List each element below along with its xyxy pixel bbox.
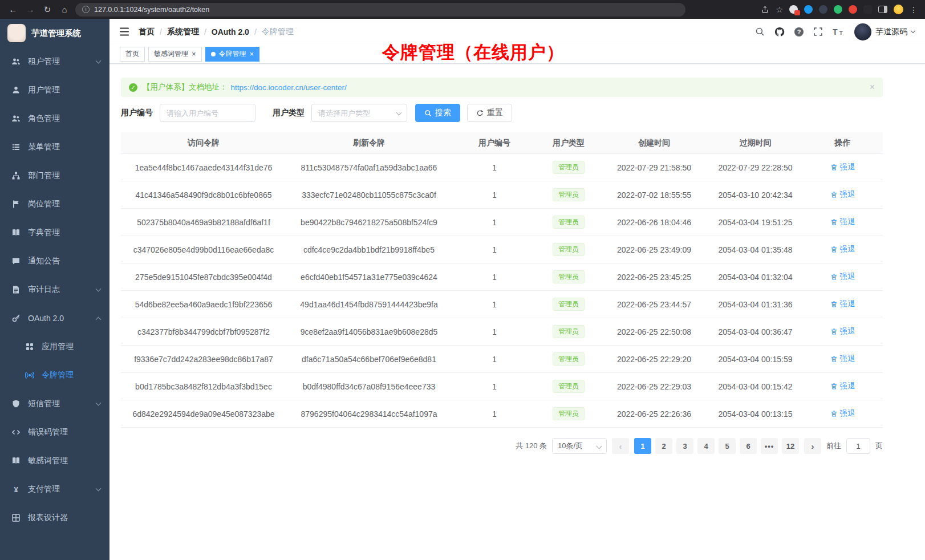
side-panel-icon[interactable] — [878, 6, 887, 13]
next-page-button[interactable]: › — [804, 438, 821, 454]
tab-0[interactable]: 首页 — [120, 47, 145, 62]
collapse-sidebar-icon[interactable] — [120, 27, 129, 36]
sidebar-item-errcode[interactable]: 错误码管理 — [0, 418, 109, 447]
access-token-cell: b0d1785bc3a8482f812db4a3f3bd15ec — [121, 382, 286, 391]
pagination-page-3[interactable]: 3 — [676, 438, 693, 454]
sidebar-item-sms[interactable]: 短信管理 — [0, 389, 109, 418]
token-table-body: 1ea5e44f8bc1467aaede43144f31de76811c5304… — [121, 154, 883, 428]
extension-icon[interactable] — [804, 5, 813, 14]
breadcrumb-item-2[interactable]: OAuth 2.0 — [212, 27, 249, 36]
chevron-down-icon — [96, 486, 102, 492]
user-type-cell: 管理员 — [537, 325, 600, 338]
alert-close-icon[interactable]: × — [870, 82, 875, 92]
pagination-page-4[interactable]: 4 — [697, 438, 715, 454]
extension-icon[interactable] — [819, 5, 827, 14]
share-icon[interactable] — [761, 5, 769, 14]
menu-icon — [11, 143, 21, 152]
sidebar-item-audit[interactable]: 审计日志 — [0, 275, 109, 304]
browser-menu-icon[interactable]: ⋮ — [910, 5, 918, 14]
sidebar-menu: 租户管理用户管理角色管理菜单管理部门管理岗位管理字典管理通知公告审计日志OAut… — [0, 47, 109, 532]
sidebar-item-oauth[interactable]: OAuth 2.0 — [0, 304, 109, 332]
breadcrumb-item-1[interactable]: 系统管理 — [167, 27, 199, 37]
sidebar-item-sensitive[interactable]: 敏感词管理 — [0, 447, 109, 475]
user-type-select[interactable] — [311, 104, 407, 122]
extension-icon[interactable] — [789, 5, 798, 14]
home-button[interactable]: ⌂ — [58, 3, 71, 16]
site-info-icon[interactable]: i — [82, 6, 90, 13]
user-menu[interactable]: 芋道源码 — [854, 23, 915, 40]
user-type-select-input[interactable] — [311, 104, 407, 122]
extension-icon[interactable] — [834, 5, 842, 14]
sidebar-item-oauth-token[interactable]: 令牌管理 — [0, 361, 109, 389]
fullscreen-icon[interactable] — [813, 27, 823, 36]
app-logo[interactable]: 芋道管理系统 — [0, 19, 109, 47]
reset-button[interactable]: 重置 — [467, 104, 512, 122]
goto-page-input[interactable] — [846, 438, 870, 454]
force-logout-button[interactable]: 强退 — [830, 189, 855, 200]
help-icon[interactable]: ? — [794, 27, 804, 36]
alert-doc-link[interactable]: https://doc.iocoder.cn/user-center/ — [231, 83, 347, 92]
user-type-badge: 管理员 — [553, 161, 585, 174]
create-time-cell: 2022-06-25 23:44:57 — [600, 300, 708, 309]
search-icon[interactable] — [755, 27, 765, 36]
force-logout-button[interactable]: 强退 — [830, 162, 855, 172]
tab-close-icon[interactable]: × — [192, 50, 196, 58]
pagination-page-2[interactable]: 2 — [655, 438, 672, 454]
sidebar-item-oauth-app[interactable]: 应用管理 — [0, 332, 109, 361]
pagination-page-1[interactable]: 1 — [634, 438, 651, 454]
force-logout-button[interactable]: 强退 — [830, 381, 855, 391]
force-logout-button[interactable]: 强退 — [830, 326, 855, 336]
profile-avatar[interactable] — [894, 5, 903, 14]
extension-icon[interactable] — [849, 5, 857, 14]
sidebar-item-report[interactable]: 报表设计器 — [0, 504, 109, 532]
prev-page-button[interactable]: ‹ — [612, 438, 629, 454]
sidebar-item-post[interactable]: 岗位管理 — [0, 190, 109, 218]
sidebar-item-pay[interactable]: ¥支付管理 — [0, 475, 109, 504]
breadcrumb-separator: / — [160, 27, 162, 36]
reload-button[interactable]: ↻ — [41, 3, 54, 16]
force-logout-button[interactable]: 强退 — [830, 354, 855, 364]
tab-2[interactable]: 令牌管理× — [205, 47, 260, 62]
sidebar-item-tenant[interactable]: 租户管理 — [0, 47, 109, 76]
extension-icon[interactable] — [863, 5, 872, 14]
sidebar-item-notice[interactable]: 通知公告 — [0, 247, 109, 275]
sidebar-item-label: 通知公告 — [28, 256, 60, 266]
audit-icon — [11, 285, 21, 294]
force-logout-button[interactable]: 强退 — [830, 271, 855, 282]
force-logout-button[interactable]: 强退 — [830, 244, 855, 254]
pagination-more[interactable]: ••• — [761, 438, 778, 454]
pagination-page-6[interactable]: 6 — [740, 438, 757, 454]
sidebar-item-label: 角色管理 — [28, 113, 60, 124]
pagination-page-5[interactable]: 5 — [719, 438, 736, 454]
force-logout-button[interactable]: 强退 — [830, 217, 855, 227]
sidebar-item-label: 部门管理 — [28, 171, 60, 181]
tab-close-icon[interactable]: × — [250, 50, 254, 58]
address-bar[interactable]: i 127.0.0.1:1024/system/oauth2/token — [75, 3, 685, 17]
access-token-cell: 275e5de9151045fe87cbdc395e004f4d — [121, 273, 286, 282]
force-logout-button[interactable]: 强退 — [830, 299, 855, 309]
sidebar-item-label: 应用管理 — [42, 342, 74, 352]
tab-1[interactable]: 敏感词管理× — [148, 47, 202, 62]
search-button[interactable]: 搜索 — [415, 104, 460, 122]
table-row: c342377bf8b344799dcbf7bf095287f29ce8ef2a… — [121, 318, 883, 346]
forward-button[interactable]: → — [24, 3, 36, 16]
sidebar-item-dept[interactable]: 部门管理 — [0, 161, 109, 190]
page-size-select[interactable]: 10条/页 — [552, 438, 607, 454]
refresh-token-cell: 333ecfc71e02480cb11055c875c3ca0f — [286, 190, 452, 200]
sidebar-item-role[interactable]: 角色管理 — [0, 104, 109, 133]
sidebar-item-user[interactable]: 用户管理 — [0, 76, 109, 104]
github-icon[interactable] — [774, 27, 785, 37]
force-logout-button[interactable]: 强退 — [830, 408, 855, 419]
font-size-icon[interactable]: TT — [833, 27, 845, 36]
goto-label: 前往 — [826, 441, 841, 451]
expire-time-cell: 2054-03-04 01:35:48 — [708, 245, 802, 254]
create-time-cell: 2022-06-25 23:45:25 — [600, 273, 708, 282]
breadcrumb-item-0[interactable]: 首页 — [139, 27, 155, 37]
bookmark-star-icon[interactable]: ☆ — [776, 5, 783, 14]
sidebar-item-menu[interactable]: 菜单管理 — [0, 133, 109, 161]
refresh-token-cell: e6cfd40eb1f54571a31e775e039c4624 — [286, 273, 452, 282]
pagination-page-12[interactable]: 12 — [782, 438, 799, 454]
user-id-input[interactable] — [160, 104, 255, 122]
sidebar-item-dict[interactable]: 字典管理 — [0, 218, 109, 247]
back-button[interactable]: ← — [7, 3, 19, 16]
